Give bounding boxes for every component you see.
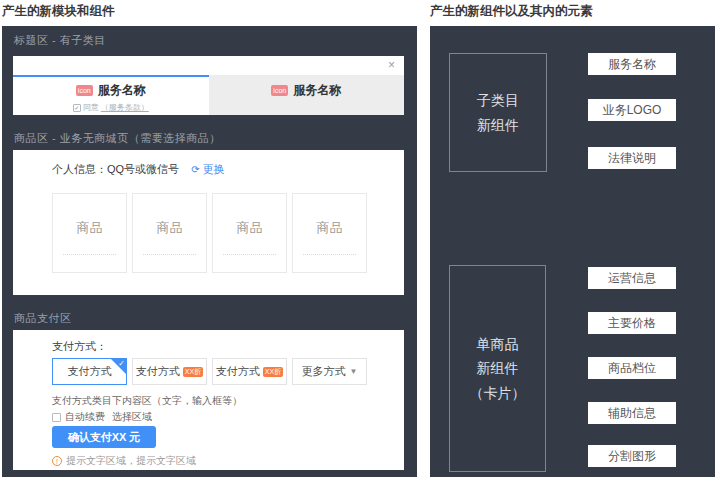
divider [303, 254, 356, 255]
service-tabs: icon 服务名称 ✓ 同意 （服务条款） icon 服务名称 [13, 75, 404, 115]
hint-text: 提示文字区域，提示文字区域 [66, 454, 196, 468]
left-figure-title: 产生的新模块和组件 [2, 3, 115, 20]
tab-label: 服务名称 [293, 82, 341, 99]
element-chip: 运营信息 [588, 267, 676, 289]
product-area-card: 个人信息：QQ号或微信号 ⟳ 更换 商品 商品 商品 [13, 150, 404, 295]
close-icon[interactable]: × [388, 58, 395, 72]
payment-method-list: 支付方式 ✓ 支付方式 XX折 支付方式 XX折 更多方式 ▼ [52, 358, 367, 385]
more-methods-button[interactable]: 更多方式 ▼ [292, 358, 367, 385]
payment-method-option[interactable]: 支付方式 XX折 [132, 358, 207, 385]
product-card[interactable]: 商品 [292, 193, 367, 273]
divider [223, 254, 276, 255]
tab-label: 服务名称 [98, 82, 146, 99]
element-chip: 主要价格 [588, 312, 676, 334]
subcategory-component-box: 子类目 新组件 [449, 53, 547, 172]
payment-area-card: 支付方式： 支付方式 ✓ 支付方式 XX折 支付方式 XX折 更多方式 ▼ [13, 330, 404, 470]
refresh-icon: ⟳ [191, 164, 199, 175]
components-panel: 子类目 新组件 服务名称 业务LOGO 法律说明 单商品 新组件 （卡片） 运营… [430, 26, 715, 477]
hint-icon: ! [52, 456, 62, 466]
service-logo-icon: icon [76, 85, 93, 96]
product-label: 商品 [77, 219, 103, 237]
terms-link[interactable]: （服务条款） [101, 102, 149, 113]
change-account-link[interactable]: ⟳ 更换 [191, 162, 224, 177]
service-logo-icon: icon [271, 85, 288, 96]
checkbox-checked-icon[interactable]: ✓ [73, 104, 81, 112]
tab-service-inactive[interactable]: icon 服务名称 [209, 75, 405, 115]
product-label: 商品 [237, 219, 263, 237]
payment-method-text: 支付方式 [68, 364, 112, 379]
element-chip: 业务LOGO [588, 99, 676, 121]
payment-method-text: 支付方式 [136, 364, 180, 379]
element-chip: 辅助信息 [588, 402, 676, 424]
discount-badge: XX折 [183, 367, 203, 377]
payment-area-heading: 商品支付区 [14, 311, 72, 326]
discount-badge: XX折 [263, 367, 283, 377]
product-list: 商品 商品 商品 商品 [52, 193, 367, 273]
modules-panel: 标题区 - 有子类目 × icon 服务名称 ✓ 同意 （服务条款） [2, 26, 417, 477]
auto-renew-label: 自动续费 [65, 410, 105, 424]
design-spec-figure: 产生的新模块和组件 产生的新组件以及其内的元素 标题区 - 有子类目 × ico… [0, 0, 720, 481]
personal-info-label: 个人信息：QQ号或微信号 [52, 162, 179, 177]
content-area-note: 支付方式类目下内容区（文字，输入框等） [52, 394, 242, 408]
divider [143, 254, 196, 255]
element-chip: 分割图形 [588, 445, 676, 467]
auto-renew-checkbox[interactable] [52, 413, 61, 422]
title-area-heading: 标题区 - 有子类目 [14, 33, 106, 48]
payment-method-text: 支付方式 [216, 364, 260, 379]
agree-label: 同意 [83, 102, 99, 113]
check-icon: ✓ [118, 359, 125, 368]
product-area-heading: 商品区 - 业务无商城页（需要选择商品） [14, 131, 221, 146]
divider [63, 254, 116, 255]
product-card[interactable]: 商品 [132, 193, 207, 273]
right-figure-title: 产生的新组件以及其内的元素 [430, 3, 593, 20]
change-link-label: 更换 [203, 162, 225, 177]
payment-method-label: 支付方式： [52, 339, 107, 354]
element-chip: 商品档位 [588, 357, 676, 379]
product-label: 商品 [317, 219, 343, 237]
more-methods-label: 更多方式 [302, 364, 346, 379]
single-product-component-box: 单商品 新组件 （卡片） [449, 265, 546, 472]
terms-row: ✓ 同意 （服务条款） [73, 102, 149, 113]
chevron-down-icon: ▼ [350, 367, 358, 376]
payment-method-option[interactable]: 支付方式 XX折 [212, 358, 287, 385]
element-chip: 服务名称 [588, 53, 676, 75]
product-card[interactable]: 商品 [212, 193, 287, 273]
product-card[interactable]: 商品 [52, 193, 127, 273]
title-area-card: × icon 服务名称 ✓ 同意 （服务条款） icon [13, 56, 404, 115]
card-header: × [13, 56, 404, 75]
product-label: 商品 [157, 219, 183, 237]
select-area-label: 选择区域 [112, 410, 152, 424]
tab-service-active[interactable]: icon 服务名称 ✓ 同意 （服务条款） [13, 75, 209, 115]
payment-method-selected[interactable]: 支付方式 ✓ [52, 358, 127, 385]
element-chip: 法律说明 [588, 147, 676, 169]
confirm-pay-button[interactable]: 确认支付XX 元 [52, 426, 156, 448]
